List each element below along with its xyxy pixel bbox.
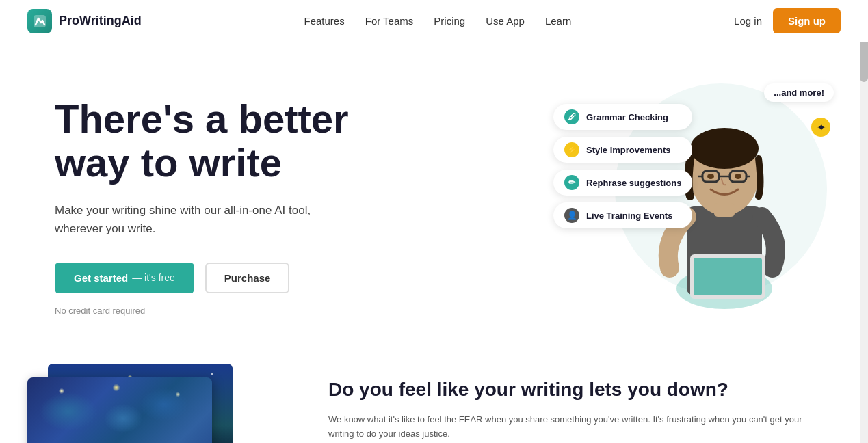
hero-illustration: ...and more! ✦ 🖊 Grammar Checking ⚡ Styl… [553,77,841,316]
nav-features[interactable]: Features [304,15,345,27]
feature-card-style: ⚡ Style Improvements [553,137,692,163]
painting-stack: My idea in my head [27,364,267,443]
feature-card-rephrase: ✏ Rephrase suggestions [553,170,692,196]
nav-for-teams[interactable]: For Teams [365,15,414,27]
section-two: My idea in my head Do you feel like your… [0,343,868,443]
style-icon: ⚡ [564,142,579,157]
hero-buttons: Get started — it's free Purchase [55,263,349,293]
logo-link[interactable]: ProWritingAid [27,9,142,33]
hero-title: There's a better way to write [55,97,349,185]
logo-text: ProWritingAid [59,14,142,28]
svg-rect-4 [694,258,762,295]
svg-rect-16 [714,203,735,217]
svg-point-13 [707,174,714,179]
logo-icon [27,9,52,33]
training-icon: 👤 [564,208,579,223]
navbar: ProWritingAid Features For Teams Pricing… [0,0,868,42]
section-two-title: Do you feel like your writing lets you d… [328,377,813,402]
painting-front [27,377,212,443]
section-two-body: We know what it's like to feel the FEAR … [328,413,813,442]
nav-pricing[interactable]: Pricing [434,15,465,27]
nav-links: Features For Teams Pricing Use App Learn [304,15,572,27]
feature-card-grammar: 🖊 Grammar Checking [553,104,692,130]
hero-subtitle: Make your writing shine with our all-in-… [55,201,342,238]
section-two-right: Do you feel like your writing lets you d… [328,364,813,442]
scrollbar[interactable] [860,0,868,443]
nav-actions: Log in Sign up [734,8,841,33]
nav-use-app[interactable]: Use App [486,15,525,27]
feature-cards: 🖊 Grammar Checking ⚡ Style Improvements … [553,104,692,228]
get-started-button[interactable]: Get started — it's free [55,263,194,293]
free-label: — it's free [132,272,175,283]
feature-card-training: 👤 Live Training Events [553,202,692,228]
more-bubble: ...and more! [764,83,834,102]
nav-learn[interactable]: Learn [545,15,571,27]
sparkle-icon: ✦ [811,118,830,137]
hero-section: There's a better way to write Make your … [0,42,868,343]
svg-point-6 [690,128,759,169]
no-credit-text: No credit card required [55,306,349,316]
section-two-left: My idea in my head [27,364,287,443]
rephrase-icon: ✏ [564,175,579,190]
signup-button[interactable]: Sign up [773,8,841,33]
grammar-icon: 🖊 [564,109,579,124]
purchase-button[interactable]: Purchase [205,263,290,293]
login-button[interactable]: Log in [734,15,762,27]
hero-left: There's a better way to write Make your … [55,83,349,316]
svg-point-15 [735,174,741,179]
